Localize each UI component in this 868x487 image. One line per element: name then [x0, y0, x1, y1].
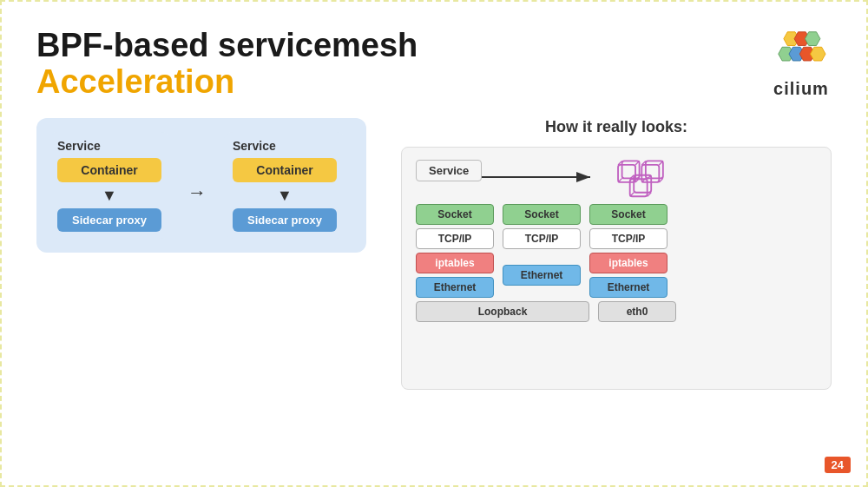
- arrow-right-between: →: [187, 181, 207, 204]
- how-it-looks-label: How it really looks:: [401, 118, 832, 136]
- cilium-3d-icon: [616, 155, 664, 199]
- bottom-row: Loopback eth0: [416, 301, 817, 322]
- net-service-label: Service: [416, 160, 482, 181]
- svg-marker-2: [805, 32, 820, 46]
- page-number: 24: [825, 457, 851, 473]
- tcpip-1: TCP/IP: [416, 228, 494, 249]
- right-section: How it really looks: Service: [401, 118, 832, 390]
- service-to-cilium-arrow-icon: [477, 164, 608, 194]
- sidecar-diagram: Service Container ▼ Sidecar proxy → Serv…: [36, 118, 366, 253]
- arrow-down-2: ▼: [277, 188, 293, 203]
- net-top-row: Service: [416, 160, 817, 199]
- eth0-box: eth0: [598, 301, 676, 322]
- sub-title: Acceleration: [36, 64, 418, 101]
- service1-label: Service: [57, 139, 101, 153]
- cilium-logo-icon: [771, 28, 832, 76]
- empty-2: [503, 253, 581, 261]
- net-col-2: Socket TCP/IP Ethernet: [503, 204, 581, 298]
- iptables-1: iptables: [416, 253, 494, 273]
- ethernet-1: Ethernet: [416, 277, 494, 298]
- logo-area: cilium: [771, 28, 832, 99]
- net-col-1: Socket TCP/IP iptables Ethernet: [416, 204, 494, 298]
- sidecar-box-1: Sidecar proxy: [57, 208, 161, 232]
- container-box-2: Container: [233, 158, 337, 182]
- socket-2: Socket: [503, 204, 581, 225]
- slide: BPF-based servicemesh Acceleration ciliu…: [2, 2, 866, 485]
- sidecar-box-2: Sidecar proxy: [233, 208, 337, 232]
- header: BPF-based servicemesh Acceleration ciliu…: [36, 28, 832, 101]
- service2-label: Service: [233, 139, 276, 153]
- content: Service Container ▼ Sidecar proxy → Serv…: [36, 118, 832, 390]
- arrow-down-1: ▼: [102, 188, 117, 203]
- socket-3: Socket: [589, 204, 667, 225]
- tcpip-3: TCP/IP: [589, 228, 667, 249]
- network-diagram: Service: [401, 147, 832, 390]
- tcpip-2: TCP/IP: [503, 228, 581, 249]
- columns-area: Socket TCP/IP iptables Ethernet Socket T…: [416, 204, 817, 298]
- service-box-1: Service Container ▼ Sidecar proxy: [49, 132, 170, 239]
- socket-1: Socket: [416, 204, 494, 225]
- main-title: BPF-based servicemesh: [36, 28, 418, 64]
- service-box-2: Service Container ▼ Sidecar proxy: [224, 132, 345, 239]
- iptables-3: iptables: [589, 253, 667, 273]
- loopback-box: Loopback: [416, 301, 589, 322]
- logo-text: cilium: [773, 79, 829, 99]
- container-box-1: Container: [57, 158, 161, 182]
- net-col-3: Socket TCP/IP iptables Ethernet: [589, 204, 667, 298]
- title-block: BPF-based servicemesh Acceleration: [36, 28, 418, 101]
- ethernet-3: Ethernet: [589, 277, 667, 298]
- ethernet-2: Ethernet: [503, 265, 581, 286]
- svg-marker-6: [811, 47, 826, 61]
